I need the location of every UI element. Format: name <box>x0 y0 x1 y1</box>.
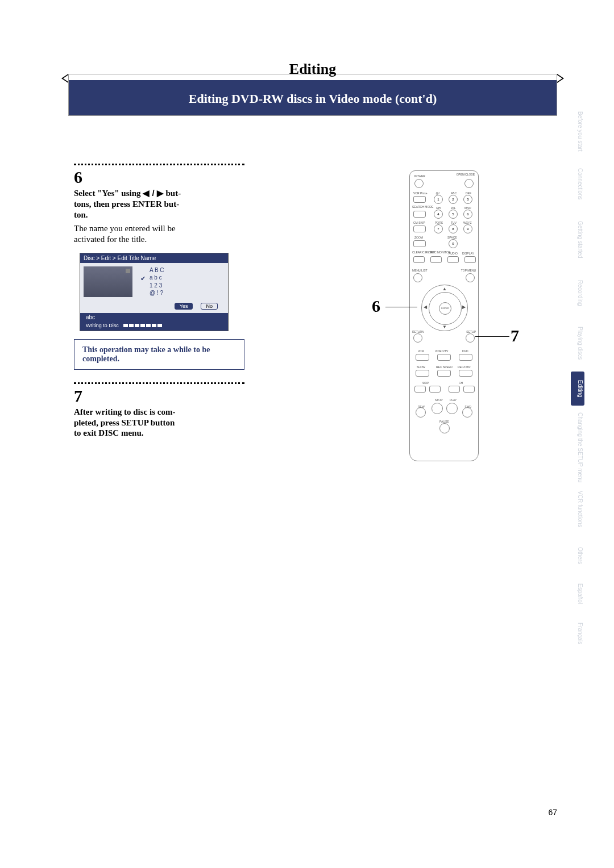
tab-editing: Editing <box>571 372 584 406</box>
key-3: 3 <box>463 195 472 204</box>
step7-line3: to exit DISC menu. <box>74 428 144 437</box>
label-video-tv: VIDEO/TV <box>435 349 448 353</box>
label-audio: AUDIO <box>449 252 458 255</box>
separator-dots-2 <box>74 382 244 384</box>
label-rec-speed: REC SPEED <box>436 365 453 369</box>
rec-monitor-button <box>430 256 442 263</box>
osd-yes-button: Yes <box>175 303 193 310</box>
section-tabs: Before you start Connections Getting sta… <box>571 106 584 652</box>
rec-otr-button <box>459 370 472 377</box>
tab-francais: Français <box>571 615 584 652</box>
instructions-column: 6 Select "Yes" using ◀ / ▶ but- tons, th… <box>74 160 244 442</box>
key-0: 0 <box>449 239 458 248</box>
osd-progress-row: Writing to Disc <box>80 322 228 331</box>
key-8: 8 <box>449 224 458 233</box>
title-bar: Editing Editing DVD-RW discs in Video mo… <box>68 74 557 116</box>
label-open-close: OPEN/CLOSE <box>456 173 475 176</box>
remote-diagram: POWER OPEN/CLOSE VCR Plus+ .@/: ABC DEF … <box>409 170 479 461</box>
separator-dots <box>74 164 244 165</box>
step-number-7: 7 <box>74 386 244 406</box>
page-subtitle: Editing DVD-RW discs in Video mode (cont… <box>69 91 557 106</box>
step7-line1: After writing to disc is com- <box>74 407 175 416</box>
zoom-button <box>413 240 426 247</box>
ch-down-button <box>449 386 460 393</box>
key-5: 5 <box>449 210 458 219</box>
osd-opt-lower: a b c <box>150 274 225 282</box>
label-vcrplus: VCR Plus+ <box>413 191 428 195</box>
pause-button <box>439 423 450 433</box>
title-bracket-left <box>61 74 68 83</box>
key-7: 7 <box>434 224 443 233</box>
page-title: Editing <box>69 61 557 78</box>
vcrplus-button <box>413 196 426 203</box>
label-power: POWER <box>414 174 425 178</box>
callout-6: 6 <box>372 297 380 316</box>
step-number-6: 6 <box>74 168 244 187</box>
label-ch: CH <box>459 381 463 385</box>
top-menu-button <box>466 273 475 282</box>
callout-7: 7 <box>511 326 519 345</box>
step6-line1b: but- <box>164 189 181 198</box>
key-6: 6 <box>463 210 472 219</box>
vcr-button <box>416 354 429 361</box>
dpad-up-icon: ▲ <box>442 286 447 291</box>
key-9: 9 <box>463 224 472 233</box>
step7-line2: pleted, press SETUP button <box>74 418 175 427</box>
power-button <box>414 179 424 188</box>
rec-speed-button <box>437 370 451 377</box>
tab-recording: Recording <box>571 272 584 315</box>
skip-prev-button <box>414 386 426 393</box>
label-vcr: VCR <box>418 349 424 353</box>
key-1: 1 <box>434 195 443 204</box>
label-setup: SETUP <box>466 330 476 333</box>
page-number: 67 <box>548 808 557 817</box>
label-skip: SKIP <box>422 381 429 385</box>
tab-playing-discs: Playing discs <box>571 318 584 368</box>
tab-vcr-functions: VCR functions <box>571 483 584 535</box>
step7-heading: After writing to disc is com- pleted, pr… <box>74 407 244 439</box>
slow-button <box>416 370 429 377</box>
rew-button <box>416 407 426 418</box>
dpad: ENTER ▲ ▼ ◀ ▶ <box>421 285 468 331</box>
step6-body1: The name you entered will be <box>74 224 176 233</box>
leader-line-7 <box>475 336 509 337</box>
label-menu-list: MENU/LIST <box>412 269 428 272</box>
step6-body: The name you entered will be activated f… <box>74 223 244 245</box>
step6-line3: ton. <box>74 210 88 219</box>
label-zoom: ZOOM <box>414 236 423 239</box>
step6-line2: tons, then press ENTER but- <box>74 199 179 208</box>
tab-espanol: Español <box>571 576 584 611</box>
left-right-arrows-icon: ◀ / ▶ <box>143 188 164 198</box>
title-bracket-right <box>557 74 564 83</box>
fwd-button <box>462 407 472 418</box>
dvd-button <box>459 354 472 361</box>
osd-writing-label: Writing to Disc <box>86 323 119 328</box>
open-close-button <box>464 179 474 188</box>
key-4: 4 <box>434 210 443 219</box>
search-mode-button <box>413 211 426 218</box>
osd-no-button: No <box>201 303 218 310</box>
osd-opt-sym: @ ! ? <box>150 289 225 297</box>
setup-button <box>466 333 475 343</box>
stop-button <box>432 403 443 414</box>
step6-body2: activated for the title. <box>74 235 147 244</box>
label-rec-otr: REC/OTR <box>458 365 471 369</box>
label-play: PLAY <box>450 398 457 402</box>
ch-up-button <box>463 386 475 393</box>
label-rec-monitor: REC MONITOR <box>430 251 450 254</box>
step6-line1a: Select "Yes" using <box>74 189 143 198</box>
osd-opt-num: 1 2 3 <box>150 282 225 290</box>
checkmark-icon: ✔ <box>140 274 146 283</box>
osd-dialog: Disc > Edit > Edit Title Name ✔ A B C a … <box>80 253 229 331</box>
skip-next-button <box>429 386 441 393</box>
label-stop: STOP <box>435 398 443 402</box>
progress-bar-icon <box>123 324 162 327</box>
osd-breadcrumb: Disc > Edit > Edit Title Name <box>80 253 228 263</box>
play-button <box>446 403 458 414</box>
osd-opt-upper: A B C <box>150 266 225 274</box>
enter-button: ENTER <box>439 302 451 315</box>
return-button <box>413 333 422 343</box>
label-cm-skip: CM SKIP <box>413 221 425 224</box>
dpad-down-icon: ▼ <box>442 324 447 329</box>
audio-button <box>447 256 459 263</box>
